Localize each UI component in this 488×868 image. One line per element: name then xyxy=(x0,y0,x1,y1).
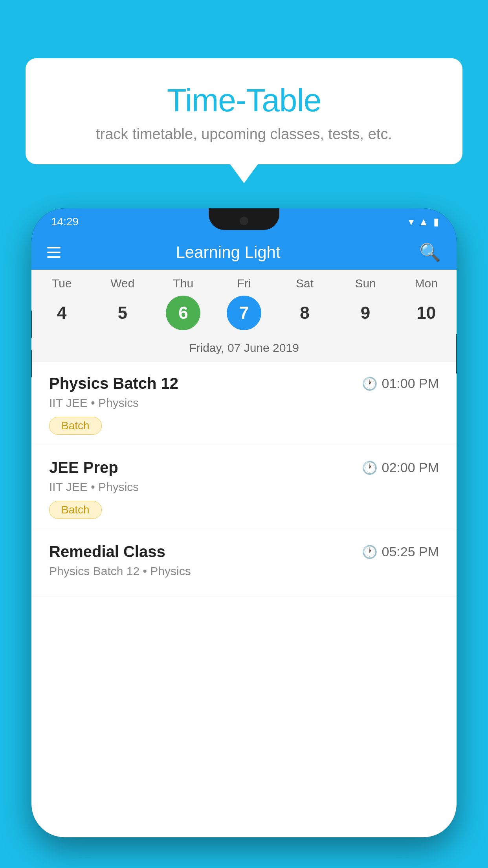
date-8[interactable]: 8 xyxy=(288,296,322,330)
clock-icon-2: 🕐 xyxy=(362,460,378,475)
day-sat[interactable]: Sat xyxy=(281,277,328,290)
days-row: Tue Wed Thu Fri Sat Sun Mon xyxy=(31,270,457,293)
status-icons: ▾ ▲ ▮ xyxy=(409,216,439,228)
notch xyxy=(209,208,279,230)
date-5[interactable]: 5 xyxy=(105,296,140,330)
search-icon[interactable]: 🔍 xyxy=(419,242,441,263)
signal-icon: ▲ xyxy=(418,216,429,228)
schedule-item-2-header: JEE Prep 🕐 02:00 PM xyxy=(49,459,439,476)
speech-bubble: Time-Table track timetable, upcoming cla… xyxy=(26,58,462,164)
day-tue[interactable]: Tue xyxy=(38,277,85,290)
schedule-item-2-time-value: 02:00 PM xyxy=(382,460,439,475)
day-wed[interactable]: Wed xyxy=(99,277,146,290)
volume-up-button xyxy=(31,311,32,338)
schedule-item-3-header: Remedial Class 🕐 05:25 PM xyxy=(49,543,439,561)
bubble-subtitle: track timetable, upcoming classes, tests… xyxy=(57,126,431,143)
status-bar: 14:29 ▾ ▲ ▮ xyxy=(31,208,457,235)
phone-frame: 14:29 ▾ ▲ ▮ Learning Light 🔍 xyxy=(31,208,457,837)
schedule-item-3[interactable]: Remedial Class 🕐 05:25 PM Physics Batch … xyxy=(31,530,457,596)
day-thu[interactable]: Thu xyxy=(160,277,207,290)
schedule-item-1-title: Physics Batch 12 xyxy=(49,375,178,392)
schedule-item-1-badge: Batch xyxy=(49,417,102,435)
date-10[interactable]: 10 xyxy=(409,296,444,330)
date-9[interactable]: 9 xyxy=(348,296,383,330)
date-4[interactable]: 4 xyxy=(44,296,79,330)
phone-container: 14:29 ▾ ▲ ▮ Learning Light 🔍 xyxy=(31,208,457,868)
schedule-item-1-header: Physics Batch 12 🕐 01:00 PM xyxy=(49,375,439,392)
day-mon[interactable]: Mon xyxy=(403,277,450,290)
schedule-item-1-subtitle: IIT JEE • Physics xyxy=(49,396,439,410)
phone-content: Tue Wed Thu Fri Sat Sun Mon 4 5 6 7 8 9 … xyxy=(31,270,457,837)
battery-icon: ▮ xyxy=(433,216,439,228)
schedule-item-2-badge: Batch xyxy=(49,501,102,519)
dates-row: 4 5 6 7 8 9 10 xyxy=(31,293,457,337)
schedule-item-2-title: JEE Prep xyxy=(49,459,118,476)
wifi-icon: ▾ xyxy=(409,216,414,228)
day-fri[interactable]: Fri xyxy=(220,277,268,290)
bubble-title: Time-Table xyxy=(57,82,431,119)
power-button xyxy=(456,334,457,373)
schedule-list: Physics Batch 12 🕐 01:00 PM IIT JEE • Ph… xyxy=(31,362,457,596)
date-7-selected[interactable]: 7 xyxy=(227,296,261,330)
volume-down-button xyxy=(31,350,32,377)
clock-icon-3: 🕐 xyxy=(362,544,378,559)
clock-icon-1: 🕐 xyxy=(362,376,378,391)
schedule-item-2-subtitle: IIT JEE • Physics xyxy=(49,480,439,494)
selected-date-label: Friday, 07 June 2019 xyxy=(31,337,457,362)
app-title: Learning Light xyxy=(37,243,419,262)
schedule-item-3-subtitle: Physics Batch 12 • Physics xyxy=(49,565,439,578)
camera xyxy=(240,217,248,225)
schedule-item-3-title: Remedial Class xyxy=(49,543,165,561)
date-6-today[interactable]: 6 xyxy=(166,296,200,330)
schedule-item-3-time-value: 05:25 PM xyxy=(382,544,439,559)
schedule-item-1-time: 🕐 01:00 PM xyxy=(362,376,439,391)
schedule-item-2-time: 🕐 02:00 PM xyxy=(362,460,439,475)
schedule-item-1-time-value: 01:00 PM xyxy=(382,376,439,391)
status-time: 14:29 xyxy=(51,215,79,228)
schedule-item-3-time: 🕐 05:25 PM xyxy=(362,544,439,559)
day-sun[interactable]: Sun xyxy=(342,277,389,290)
app-header: Learning Light 🔍 xyxy=(31,235,457,270)
calendar-strip: Tue Wed Thu Fri Sat Sun Mon 4 5 6 7 8 9 … xyxy=(31,270,457,362)
schedule-item-2[interactable]: JEE Prep 🕐 02:00 PM IIT JEE • Physics Ba… xyxy=(31,446,457,530)
speech-bubble-container: Time-Table track timetable, upcoming cla… xyxy=(26,58,462,164)
schedule-item-1[interactable]: Physics Batch 12 🕐 01:00 PM IIT JEE • Ph… xyxy=(31,362,457,446)
